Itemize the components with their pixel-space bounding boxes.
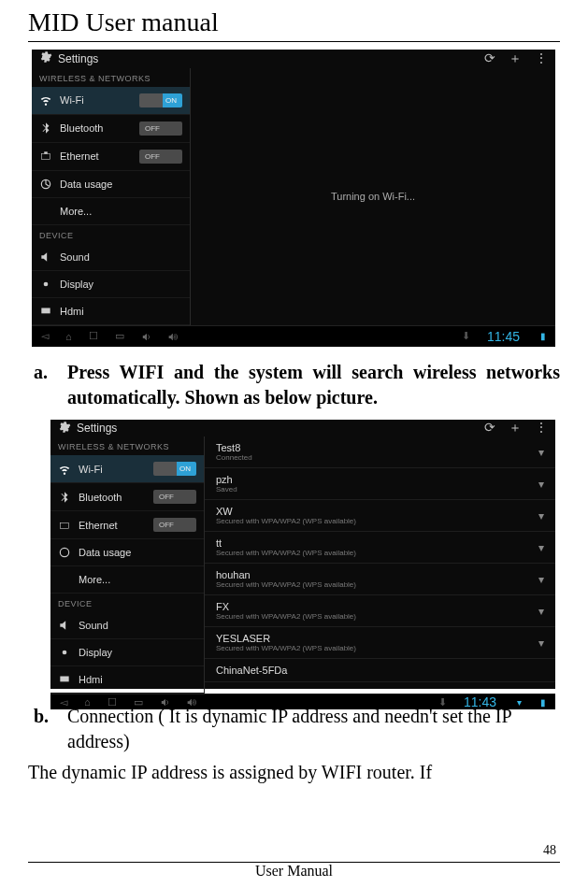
vol-down-icon[interactable]: 🔉︎: [141, 331, 151, 342]
list-text: Connection ( It is dynamic IP address an…: [67, 704, 560, 754]
scan-icon[interactable]: ⟳: [484, 50, 495, 67]
svg-point-3: [44, 281, 49, 286]
sidebar-item-label: Display: [60, 279, 182, 290]
settings-sidebar: WIRELESS & NETWORKS Wi-Fi ON Bluetooth O…: [32, 68, 191, 325]
sidebar-item-bluetooth[interactable]: Bluetooth OFF: [32, 115, 190, 143]
menu-icon[interactable]: ⋮: [535, 50, 548, 67]
sidebar-item-more[interactable]: More...: [32, 198, 190, 225]
sidebar-item-hdmi[interactable]: Hdmi: [50, 666, 204, 694]
sidebar-item-wifi[interactable]: Wi-Fi ON: [50, 455, 204, 483]
download-icon: ⬇: [438, 696, 447, 708]
ethernet-toggle[interactable]: OFF: [139, 150, 182, 164]
sidebar-item-label: Sound: [79, 620, 196, 631]
signal-icon: ▾: [538, 509, 544, 522]
signal-icon: ▾: [538, 605, 544, 618]
back-icon[interactable]: ◅: [41, 330, 49, 342]
download-icon: ⬇: [462, 330, 470, 342]
sidebar-item-display[interactable]: Display: [50, 639, 204, 666]
sidebar-item-datausage[interactable]: Data usage: [50, 539, 204, 566]
screenshot-icon[interactable]: ▭: [134, 696, 143, 708]
sidebar-item-ethernet[interactable]: Ethernet OFF: [50, 511, 204, 539]
sidebar-item-hdmi[interactable]: Hdmi: [32, 298, 190, 325]
bluetooth-icon: [39, 122, 52, 135]
vol-up-icon[interactable]: 🔊︎: [168, 331, 179, 342]
home-icon[interactable]: ⌂: [65, 331, 72, 342]
signal-icon: ▾: [538, 446, 544, 459]
back-icon[interactable]: ◅: [60, 696, 67, 708]
wifi-icon: [39, 93, 52, 107]
vol-down-icon[interactable]: 🔉︎: [160, 696, 170, 708]
svg-point-7: [63, 651, 67, 655]
system-navbar: ◅ ⌂ ☐ ▭ 🔉︎ 🔊︎ ⬇ 11:43 ▾ ▮: [50, 694, 555, 709]
sidebar-item-bluetooth[interactable]: Bluetooth OFF: [50, 483, 204, 511]
svg-rect-4: [41, 308, 50, 313]
list-marker: a.: [34, 360, 56, 410]
network-name: pzh: [216, 474, 529, 485]
sidebar-item-sound[interactable]: Sound: [32, 244, 190, 271]
wifi-toggle[interactable]: ON: [139, 93, 182, 107]
paragraph: The dynamic IP address is assigned by WI…: [28, 760, 560, 784]
network-name: houhan: [216, 569, 529, 580]
menu-icon[interactable]: ⋮: [535, 420, 548, 436]
sidebar-item-sound[interactable]: Sound: [50, 612, 204, 639]
sidebar-item-ethernet[interactable]: Ethernet OFF: [32, 143, 190, 171]
bluetooth-toggle[interactable]: OFF: [153, 490, 196, 504]
sidebar-item-datausage[interactable]: Data usage: [32, 171, 190, 198]
footer-label: User Manual: [28, 863, 560, 880]
app-title: Settings: [58, 52, 98, 65]
settings-icon: [39, 50, 52, 66]
sidebar-item-label: Hdmi: [60, 306, 182, 317]
network-item[interactable]: ChinaNet-5FDa: [205, 659, 555, 682]
network-item[interactable]: YESLASERSecured with WPA/WPA2 (WPS avail…: [205, 627, 555, 659]
system-navbar: ◅ ⌂ ☐ ▭ 🔉︎ 🔊︎ ⬇ 11:45 ▮: [32, 325, 555, 347]
recent-icon[interactable]: ☐: [89, 330, 98, 342]
settings-sidebar: WIRELESS & NETWORKS Wi-Fi ON Bluetooth O…: [50, 436, 205, 694]
screenshot-settings-2: Settings ⟳ ＋ ⋮ WIRELESS & NETWORKS Wi-Fi…: [50, 420, 555, 689]
network-sub: Secured with WPA/WPA2 (WPS available): [216, 517, 529, 525]
bluetooth-toggle[interactable]: OFF: [139, 122, 182, 136]
network-item[interactable]: houhanSecured with WPA/WPA2 (WPS availab…: [205, 564, 555, 595]
app-titlebar: Settings ⟳ ＋ ⋮: [32, 50, 555, 68]
wifi-icon: [58, 463, 71, 476]
sidebar-item-label: Ethernet: [60, 150, 132, 162]
blank-icon: [39, 205, 52, 218]
network-sub: Secured with WPA/WPA2 (WPS available): [216, 612, 529, 621]
sidebar-item-more[interactable]: More...: [50, 566, 204, 594]
section-device: DEVICE: [50, 594, 204, 612]
header-rule: [28, 41, 560, 42]
add-network-icon[interactable]: ＋: [509, 420, 522, 436]
network-sub: Secured with WPA/WPA2 (WPS available): [216, 580, 529, 589]
vol-up-icon[interactable]: 🔊︎: [187, 696, 197, 708]
settings-icon: [58, 421, 71, 436]
svg-point-6: [60, 548, 68, 556]
section-wireless: WIRELESS & NETWORKS: [50, 436, 204, 455]
home-icon[interactable]: ⌂: [84, 696, 91, 708]
signal-icon: ▾: [538, 637, 544, 650]
network-item[interactable]: pzhSaved ▾: [205, 468, 555, 500]
sidebar-item-label: Wi-Fi: [79, 464, 146, 475]
network-name: YESLASER: [216, 633, 529, 644]
network-item[interactable]: ttSecured with WPA/WPA2 (WPS available) …: [205, 532, 555, 564]
scan-icon[interactable]: ⟳: [484, 420, 495, 436]
wifi-toggle[interactable]: ON: [153, 462, 196, 476]
network-item[interactable]: XWSecured with WPA/WPA2 (WPS available) …: [205, 500, 555, 532]
svg-rect-5: [60, 522, 68, 528]
battery-icon: ▮: [540, 331, 546, 341]
sidebar-item-label: Bluetooth: [79, 492, 146, 503]
screenshot-icon[interactable]: ▭: [115, 330, 124, 342]
svg-rect-8: [60, 677, 68, 682]
network-item[interactable]: FXSecured with WPA/WPA2 (WPS available) …: [205, 595, 555, 627]
recent-icon[interactable]: ☐: [108, 696, 117, 708]
sidebar-item-label: Ethernet: [79, 520, 146, 531]
page-footer: 48 User Manual: [28, 843, 560, 880]
sidebar-item-wifi[interactable]: Wi-Fi ON: [32, 87, 190, 115]
sound-icon: [58, 619, 71, 632]
svg-rect-0: [41, 154, 50, 160]
display-icon: [58, 646, 71, 659]
add-network-icon[interactable]: ＋: [509, 50, 522, 67]
ethernet-toggle[interactable]: OFF: [153, 518, 196, 532]
list-marker: b.: [34, 704, 56, 754]
sidebar-item-label: Hdmi: [79, 674, 196, 685]
network-item[interactable]: Test8Connected ▾: [205, 436, 555, 468]
sidebar-item-display[interactable]: Display: [32, 271, 190, 298]
